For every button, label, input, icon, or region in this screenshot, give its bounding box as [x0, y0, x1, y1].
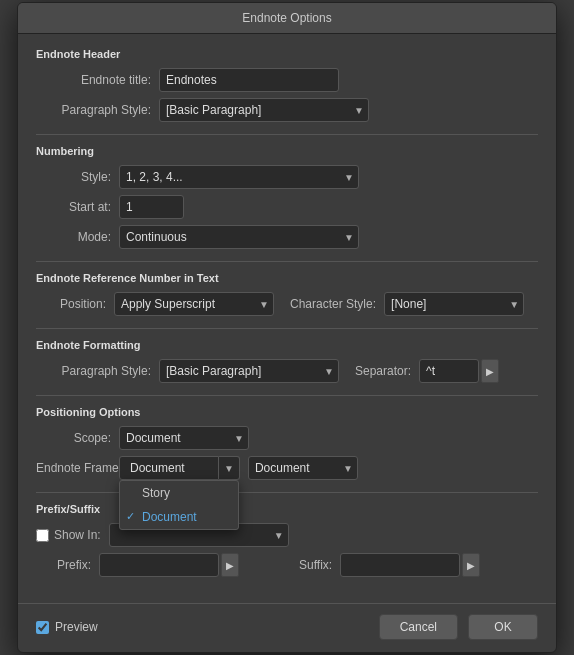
positioning-section: Positioning Options Scope: Document ▼ En… [36, 406, 538, 480]
endnote-frame-dropdown-arrow[interactable]: ▼ [219, 456, 240, 480]
dropdown-item-document[interactable]: ✓ Document [120, 505, 238, 529]
formatting-paragraph-style-label: Paragraph Style: [36, 364, 151, 378]
story-label: Story [142, 486, 170, 500]
numbering-section: Numbering Style: 1, 2, 3, 4... ▼ Start a… [36, 145, 538, 249]
endnote-frame-selected: Document [119, 456, 219, 480]
separator-arrow-button[interactable]: ▶ [481, 359, 499, 383]
dialog-footer: Preview Cancel OK [18, 603, 556, 652]
reference-number-section: Endnote Reference Number in Text Positio… [36, 272, 538, 316]
endnote-frame-second-select[interactable]: Document [248, 456, 358, 480]
formatting-title: Endnote Formatting [36, 339, 538, 351]
suffix-input[interactable] [340, 553, 460, 577]
endnote-frame-label: Endnote Frame: [36, 461, 111, 475]
separator-label: Separator: [355, 364, 411, 378]
endnote-frame-value: Document [130, 461, 185, 475]
endnote-title-row: Endnote title: [36, 68, 538, 92]
show-in-row: Show In: ▼ [36, 523, 538, 547]
start-at-input[interactable] [119, 195, 184, 219]
endnote-title-label: Endnote title: [36, 73, 151, 87]
position-wrap: Apply Superscript ▼ [114, 292, 274, 316]
endnote-paragraph-style-label: Paragraph Style: [36, 103, 151, 117]
formatting-paragraph-style-select[interactable]: [Basic Paragraph] [159, 359, 339, 383]
endnote-frame-second-select-wrap: Document ▼ [248, 456, 358, 480]
show-in-checkbox[interactable] [36, 529, 49, 542]
prefix-suffix-row: Prefix: ▶ Suffix: ▶ [36, 553, 538, 577]
dialog-title: Endnote Options [18, 3, 556, 34]
reference-number-title: Endnote Reference Number in Text [36, 272, 538, 284]
endnote-paragraph-style-select[interactable]: [Basic Paragraph] [159, 98, 369, 122]
numbering-style-select[interactable]: 1, 2, 3, 4... [119, 165, 359, 189]
position-select[interactable]: Apply Superscript [114, 292, 274, 316]
mode-row: Mode: Continuous ▼ [36, 225, 538, 249]
mode-select[interactable]: Continuous [119, 225, 359, 249]
dropdown-item-story[interactable]: Story [120, 481, 238, 505]
numbering-title: Numbering [36, 145, 538, 157]
endnote-frame-row: Endnote Frame: Document ▼ Story [36, 456, 538, 480]
prefix-suffix-section: Prefix/Suffix Show In: ▼ Prefix: ▶ Suffi… [36, 503, 538, 577]
preview-label: Preview [55, 620, 98, 634]
prefix-label: Prefix: [36, 558, 91, 572]
cancel-button[interactable]: Cancel [379, 614, 458, 640]
endnote-header-section: Endnote Header Endnote title: Paragraph … [36, 48, 538, 122]
endnote-frame-wrap: Document ▼ Story ✓ Document [119, 456, 240, 480]
numbering-style-row: Style: 1, 2, 3, 4... ▼ [36, 165, 538, 189]
formatting-paragraph-style-wrap: [Basic Paragraph] ▼ [159, 359, 339, 383]
scope-label: Scope: [36, 431, 111, 445]
suffix-label: Suffix: [299, 558, 332, 572]
endnote-options-dialog: Endnote Options Endnote Header Endnote t… [17, 2, 557, 653]
prefix-suffix-title: Prefix/Suffix [36, 503, 538, 515]
suffix-arrow-button[interactable]: ▶ [462, 553, 480, 577]
ok-button[interactable]: OK [468, 614, 538, 640]
position-label: Position: [36, 297, 106, 311]
start-at-label: Start at: [36, 200, 111, 214]
show-in-label: Show In: [54, 528, 101, 542]
endnote-title-input[interactable] [159, 68, 339, 92]
positioning-title: Positioning Options [36, 406, 538, 418]
document-label: Document [142, 510, 197, 524]
scope-wrap: Document ▼ [119, 426, 249, 450]
prefix-input[interactable] [99, 553, 219, 577]
formatting-paragraph-style-row: Paragraph Style: [Basic Paragraph] ▼ Sep… [36, 359, 538, 383]
scope-row: Scope: Document ▼ [36, 426, 538, 450]
endnote-frame-dropdown: Story ✓ Document [119, 480, 239, 530]
numbering-style-wrap: 1, 2, 3, 4... ▼ [119, 165, 359, 189]
char-style-wrap: [None] ▼ [384, 292, 524, 316]
button-group: Cancel OK [379, 614, 538, 640]
char-style-label: Character Style: [290, 297, 376, 311]
mode-wrap: Continuous ▼ [119, 225, 359, 249]
preview-row: Preview [36, 620, 98, 634]
title-text: Endnote Options [242, 11, 331, 25]
start-at-row: Start at: [36, 195, 538, 219]
check-icon: ✓ [126, 510, 135, 523]
formatting-section: Endnote Formatting Paragraph Style: [Bas… [36, 339, 538, 383]
preview-checkbox[interactable] [36, 621, 49, 634]
prefix-arrow-button[interactable]: ▶ [221, 553, 239, 577]
numbering-style-label: Style: [36, 170, 111, 184]
position-row: Position: Apply Superscript ▼ Character … [36, 292, 538, 316]
endnote-header-title: Endnote Header [36, 48, 538, 60]
endnote-paragraph-style-row: Paragraph Style: [Basic Paragraph] ▼ [36, 98, 538, 122]
scope-select[interactable]: Document [119, 426, 249, 450]
endnote-paragraph-style-wrap: [Basic Paragraph] ▼ [159, 98, 369, 122]
mode-label: Mode: [36, 230, 111, 244]
char-style-select[interactable]: [None] [384, 292, 524, 316]
separator-input[interactable] [419, 359, 479, 383]
